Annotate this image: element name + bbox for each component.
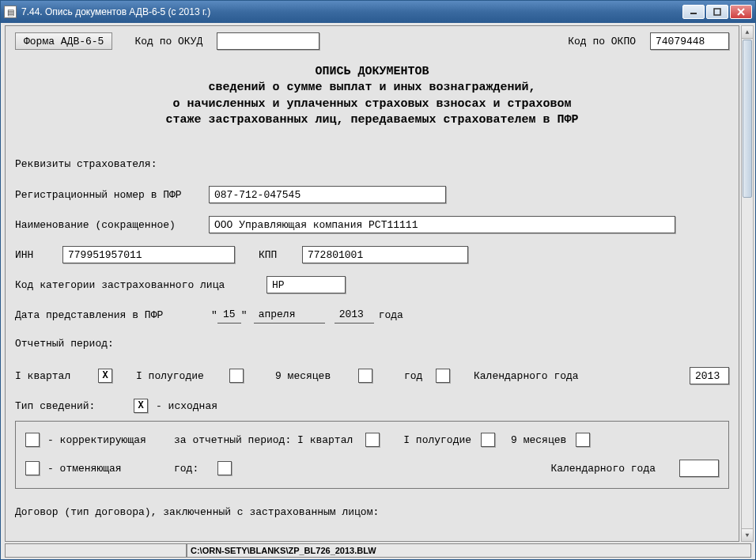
corr-m9-label: 9 месяцев bbox=[511, 434, 566, 446]
corr-q1-checkbox[interactable] bbox=[365, 433, 380, 447]
h1-checkbox[interactable] bbox=[229, 369, 244, 383]
name-short-input[interactable]: ООО Управляющая компания РСТ11111 bbox=[209, 216, 675, 233]
q1-checkbox[interactable]: X bbox=[98, 369, 112, 383]
cancelling-label: - отменяющая bbox=[47, 463, 174, 475]
scroll-up-icon[interactable]: ▲ bbox=[742, 26, 753, 39]
info-type-label: Тип сведений: bbox=[15, 400, 134, 412]
for-period-label: за отчетный период: I квартал bbox=[174, 434, 353, 446]
okud-input[interactable] bbox=[217, 32, 319, 50]
titlebar[interactable]: ▤ 7.44. Опись документов АДВ-6-5 (с 2013… bbox=[1, 1, 755, 23]
content-area: Форма АДВ-6-5 Код по ОКУД Код по ОКПО 74… bbox=[1, 23, 755, 559]
corr-cal-year-label: Календарного года bbox=[550, 463, 656, 475]
kpp-label: КПП bbox=[259, 249, 302, 261]
name-short-label: Наименование (сокращенное) bbox=[15, 219, 209, 231]
correcting-checkbox[interactable] bbox=[25, 433, 40, 447]
corr-year-checkbox[interactable] bbox=[217, 461, 232, 475]
maximize-button[interactable] bbox=[706, 5, 728, 19]
status-path: C:\ORN-SETY\BLANKS\ZP_BL726_2013.BLW bbox=[187, 543, 751, 558]
submit-date-label: Дата представления в ПФР bbox=[15, 309, 211, 321]
reg-no-input[interactable]: 087-712-047545 bbox=[209, 186, 446, 203]
heading-line-4: стаже застрахованных лиц, передаваемых с… bbox=[15, 112, 729, 128]
rekvizity-label: Реквизиты страхователя: bbox=[15, 158, 157, 170]
vertical-scrollbar[interactable]: ▲ ▼ bbox=[741, 25, 754, 542]
window-buttons bbox=[682, 5, 752, 19]
report-period-label: Отчетный период: bbox=[15, 338, 114, 350]
reg-no-label: Регистрационный номер в ПФР bbox=[15, 189, 209, 201]
document-heading: ОПИСЬ ДОКУМЕНТОВ сведений о сумме выплат… bbox=[15, 64, 729, 128]
submit-date-row: Дата представления в ПФР " 15 " апреля 2… bbox=[15, 306, 729, 324]
year-colon-label: год: bbox=[174, 463, 217, 475]
cancelling-checkbox[interactable] bbox=[25, 461, 40, 475]
heading-line-3: о начисленных и уплаченных страховых взн… bbox=[15, 96, 729, 112]
top-row: Форма АДВ-6-5 Код по ОКУД Код по ОКПО 74… bbox=[15, 32, 729, 50]
okud-label: Код по ОКУД bbox=[134, 36, 202, 47]
okpo-label: Код по ОКПО bbox=[568, 36, 636, 47]
day-input[interactable]: 15 bbox=[217, 306, 241, 324]
scroll-down-icon[interactable]: ▼ bbox=[742, 528, 753, 541]
contract-label: Договор (тип договора), заключенный с за… bbox=[15, 506, 379, 518]
corr-m9-checkbox[interactable] bbox=[576, 433, 590, 447]
period-row: I квартал X I полугодие 9 месяцев год Ка… bbox=[15, 367, 729, 384]
heading-line-2: сведений о сумме выплат и иных вознаграж… bbox=[15, 80, 729, 96]
document-form: Форма АДВ-6-5 Код по ОКУД Код по ОКПО 74… bbox=[5, 25, 739, 542]
app-window: ▤ 7.44. Опись документов АДВ-6-5 (с 2013… bbox=[0, 0, 756, 560]
cal-year-label: Календарного года bbox=[474, 370, 579, 382]
initial-label: - исходная bbox=[156, 400, 217, 412]
corr-cal-year-input[interactable] bbox=[679, 460, 719, 477]
correcting-label: - корректирующая bbox=[47, 434, 174, 446]
correction-section: - корректирующая за отчетный период: I к… bbox=[15, 421, 729, 489]
q1-label: I квартал bbox=[15, 370, 98, 382]
period-year-input[interactable]: 2013 bbox=[690, 367, 729, 384]
inn-label: ИНН bbox=[15, 249, 62, 261]
heading-line-1: ОПИСЬ ДОКУМЕНТОВ bbox=[15, 64, 729, 80]
status-cell-1 bbox=[5, 543, 187, 558]
initial-checkbox[interactable]: X bbox=[134, 399, 148, 413]
corr-h1-checkbox[interactable] bbox=[481, 433, 495, 447]
okpo-input[interactable]: 74079448 bbox=[650, 32, 729, 50]
inn-input[interactable]: 779951957011 bbox=[62, 246, 235, 263]
kpp-input[interactable]: 772801001 bbox=[302, 246, 468, 263]
category-label: Код категории застрахованного лица bbox=[15, 279, 266, 291]
close-button[interactable] bbox=[730, 5, 752, 19]
corr-h1-label: I полугодие bbox=[403, 434, 471, 446]
h1-label: I полугодие bbox=[136, 370, 229, 382]
minimize-button[interactable] bbox=[682, 5, 705, 19]
year-input[interactable]: 2013 bbox=[335, 306, 374, 324]
year-checkbox[interactable] bbox=[436, 369, 450, 383]
form-code-button[interactable]: Форма АДВ-6-5 bbox=[15, 32, 112, 50]
m9-checkbox[interactable] bbox=[358, 369, 372, 383]
svg-rect-1 bbox=[714, 9, 720, 15]
year-label: год bbox=[404, 370, 436, 382]
status-bar: C:\ORN-SETY\BLANKS\ZP_BL726_2013.BLW bbox=[5, 543, 751, 558]
window-title: 7.44. Опись документов АДВ-6-5 (с 2013 г… bbox=[21, 6, 682, 17]
year-word: года bbox=[379, 309, 403, 321]
m9-label: 9 месяцев bbox=[275, 370, 358, 382]
month-input[interactable]: апреля bbox=[254, 306, 325, 324]
app-icon: ▤ bbox=[4, 6, 17, 18]
scroll-thumb[interactable] bbox=[743, 40, 752, 198]
category-input[interactable]: НР bbox=[266, 276, 346, 293]
